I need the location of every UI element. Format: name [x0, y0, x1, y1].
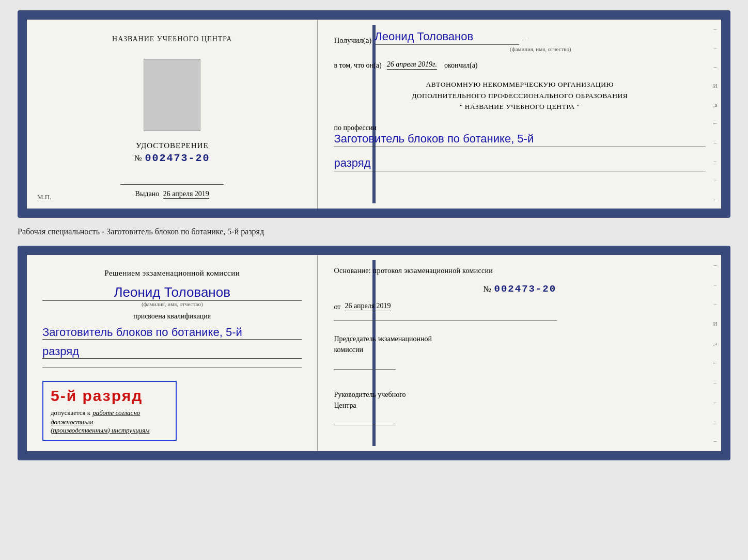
doc2-protocol-number: 002473-20 [494, 283, 557, 295]
po-professii-label: по профессии [334, 124, 706, 132]
okonchil-label: окончил(a) [444, 61, 478, 70]
doc1-number: 002473-20 [145, 152, 210, 164]
stamp-grade: 5-й разряд [51, 387, 168, 405]
fio-label-2: (фамилия, имя, отчество) [42, 301, 302, 307]
document-1: НАЗВАНИЕ УЧЕБНОГО ЦЕНТРА УДОСТОВЕРЕНИЕ №… [18, 10, 730, 218]
vtom-date: 26 апреля 2019г. [387, 60, 437, 70]
ot-line: от 26 апреля 2019 [334, 302, 706, 311]
vydano-date: 26 апреля 2019 [163, 190, 209, 199]
doc2-profession-block: Заготовитель блоков по ботанике, 5-й [42, 326, 302, 340]
rukovoditel-line2: Центра [334, 400, 706, 411]
poluchil-name: Леонид Толованов [375, 30, 519, 45]
predsedatel-line2: комиссии [334, 344, 706, 355]
protocol-number-row: № 002473-20 [334, 283, 706, 295]
org-block: АВТОНОМНУЮ НЕКОММЕРЧЕСКУЮ ОРГАНИЗАЦИЮ ДО… [334, 79, 706, 113]
doc1-left: НАЗВАНИЕ УЧЕБНОГО ЦЕНТРА УДОСТОВЕРЕНИЕ №… [27, 20, 318, 209]
vtom-row: в том, что он(а) 26 апреля 2019г. окончи… [334, 60, 706, 70]
doc2-number-prefix: № [483, 284, 491, 294]
dopuskaetsya-label: допускается к [51, 409, 90, 417]
predsedatel-line1: Председатель экзаменационной [334, 333, 706, 344]
ot-label: от [334, 303, 340, 311]
doc1-header: НАЗВАНИЕ УЧЕБНОГО ЦЕНТРА [112, 35, 232, 43]
rukovoditel-line1: Руководитель учебного [334, 389, 706, 400]
rukovoditel-block: Руководитель учебного Центра [334, 389, 706, 427]
prisvoena-label: присвоена квалификация [42, 312, 302, 321]
person-name-block: Леонид Толованов (фамилия, имя, отчество… [42, 284, 302, 307]
vtom-label: в том, что он(а) [334, 61, 381, 70]
doc1-razryad: разряд [334, 156, 706, 171]
org-line2: ДОПОЛНИТЕЛЬНОГО ПРОФЕССИОНАЛЬНОГО ОБРАЗО… [334, 90, 706, 102]
doc2-right: Основание: протокол экзаменационной коми… [318, 255, 721, 451]
number-prefix: № [134, 154, 142, 163]
fio-label-1: (фамилия, имя, отчество) [375, 46, 706, 52]
vydano-label: Выдано [135, 190, 160, 198]
dash1: – [522, 36, 526, 45]
mp-label: М.П. [37, 193, 51, 201]
doc1-razryad-block: разряд [334, 153, 706, 171]
document-2: Решением экзаменационной комиссии Леонид… [18, 246, 730, 460]
doc2-razryad-block: разряд [42, 345, 302, 359]
instruktsii-text: (производственным) инструкциям [51, 426, 168, 435]
org-line1: АВТОНОМНУЮ НЕКОММЕРЧЕСКУЮ ОРГАНИЗАЦИЮ [334, 79, 706, 90]
doc1-profession: Заготовитель блоков по ботанике, 5-й [334, 132, 706, 147]
vydano-line: Выдано 26 апреля 2019 [135, 190, 209, 198]
stamp-box: 5-й разряд допускается к работе согласно… [42, 381, 177, 441]
dopuskaetsya-row: допускается к работе согласно должностны… [51, 408, 168, 426]
rukovoditel-signature-line [334, 415, 396, 425]
specialty-label: Рабочая специальность - Заготовитель бло… [18, 225, 264, 238]
ot-date: 26 апреля 2019 [345, 302, 391, 311]
osnovanie-label: Основание: протокол экзаменационной коми… [334, 265, 706, 276]
poluchil-label: Получил(a) [334, 36, 371, 45]
doc2-razryad: разряд [42, 345, 302, 359]
org-name: " НАЗВАНИЕ УЧЕБНОГО ЦЕНТРА " [334, 101, 706, 113]
side-markers-2: – – – И ,а ← – – – – [712, 255, 718, 451]
predsedatel-signature-line [334, 359, 396, 370]
photo-placeholder [144, 59, 200, 131]
poluchil-row: Получил(a) Леонид Толованов – [334, 30, 706, 45]
doc2-left: Решением экзаменационной комиссии Леонид… [27, 255, 318, 451]
specialty-separator: Рабочая специальность - Заготовитель бло… [18, 227, 730, 236]
predsedatel-block: Председатель экзаменационной комиссии [334, 333, 706, 372]
po-professii-block: по профессии Заготовитель блоков по бота… [334, 122, 706, 147]
doc2-person-name: Леонид Толованов [42, 284, 302, 301]
udostoverenie-label: УДОСТОВЕРЕНИЕ [134, 141, 210, 150]
doc2-profession: Заготовитель блоков по ботанике, 5-й [42, 326, 302, 340]
doc1-right: Получил(a) Леонид Толованов – (фамилия, … [318, 20, 721, 209]
resheniem-label: Решением экзаменационной комиссии [42, 267, 302, 279]
side-markers-1: – – – И ,а ← – – – – [712, 20, 718, 209]
